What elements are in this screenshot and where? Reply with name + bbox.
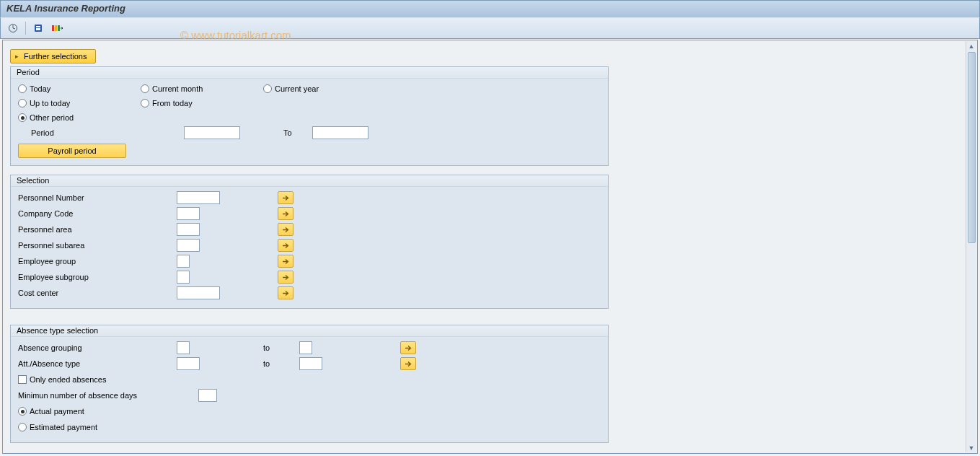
multiple-selection-button[interactable] — [278, 255, 293, 268]
orgstructure-icon — [33, 23, 43, 33]
selection-label: Cost center — [18, 289, 177, 297]
window-title: KELA Insurance Reporting — [6, 3, 125, 14]
period-today-radio[interactable]: Today — [18, 84, 141, 93]
min-days-input[interactable] — [198, 389, 217, 402]
svg-rect-4 — [52, 25, 54, 31]
selection-row: Personnel subarea — [18, 237, 601, 253]
selection-label: Employee subgroup — [18, 273, 177, 281]
period-currentmonth-label: Current month — [152, 84, 203, 93]
period-fromtoday-radio[interactable]: From today — [141, 99, 263, 108]
selection-group: Selection Personnel Number Company Code … — [10, 175, 609, 309]
radio-icon-selected — [18, 113, 27, 122]
employee-group-input[interactable] — [177, 255, 190, 268]
absence-group: Absence type selection Absence grouping … — [10, 325, 609, 443]
scroll-thumb-track[interactable] — [968, 52, 976, 442]
estimated-payment-label: Estimated payment — [30, 423, 97, 431]
further-selections-button[interactable]: Further selections — [10, 49, 96, 63]
personnel-area-input[interactable] — [177, 223, 200, 236]
period-currentyear-radio[interactable]: Current year — [263, 84, 386, 93]
checkbox-icon — [18, 375, 27, 384]
toolbar-separator — [25, 22, 26, 35]
arrow-right-icon — [282, 226, 290, 234]
selection-row: Company Code — [18, 206, 601, 222]
further-selections-label: Further selections — [24, 52, 87, 61]
svg-rect-2 — [36, 26, 40, 27]
scroll-down-icon[interactable]: ▼ — [967, 443, 976, 452]
absence-to-label-2: to — [263, 359, 299, 368]
min-days-label: Minimun number of absence days — [18, 391, 198, 400]
selection-label: Personnel Number — [18, 193, 177, 202]
period-other-label: Other period — [30, 113, 74, 122]
selection-group-title: Selection — [17, 176, 49, 185]
period-field-label: Period — [31, 128, 184, 137]
clock-execute-icon — [8, 23, 18, 33]
arrow-right-icon — [282, 289, 290, 297]
only-ended-label: Only ended absences — [30, 375, 106, 384]
company-code-input[interactable] — [177, 207, 200, 220]
content-area: Further selections Period Today Current … — [2, 40, 978, 454]
selection-row: Personnel area — [18, 222, 601, 237]
period-currentyear-label: Current year — [275, 84, 319, 93]
multiple-selection-button[interactable] — [400, 341, 416, 354]
employee-subgroup-input[interactable] — [177, 271, 190, 284]
multiple-selection-button[interactable] — [278, 223, 293, 236]
multiple-selection-button[interactable] — [400, 357, 416, 370]
period-to-input[interactable] — [312, 126, 368, 139]
execute-button[interactable] — [5, 21, 21, 35]
application-toolbar — [0, 17, 980, 39]
only-ended-checkbox[interactable]: Only ended absences — [18, 375, 106, 384]
selection-row: Employee group — [18, 253, 601, 269]
radio-icon-selected — [18, 407, 27, 416]
radio-icon — [18, 84, 27, 93]
window-title-bar: KELA Insurance Reporting — [0, 0, 980, 17]
arrow-right-icon — [405, 344, 412, 352]
selection-label: Company Code — [18, 209, 177, 218]
att-abs-type-label: Att./Absence type — [18, 359, 177, 368]
selection-row: Cost center — [18, 285, 601, 301]
absence-grouping-from-input[interactable] — [177, 341, 190, 354]
arrow-right-icon — [282, 242, 290, 250]
period-from-input[interactable] — [184, 126, 240, 139]
selection-row: Personnel Number — [18, 190, 601, 206]
svg-rect-5 — [55, 25, 57, 31]
selection-label: Personnel subarea — [18, 241, 177, 250]
payroll-period-label: Payroll period — [48, 146, 96, 155]
period-currentmonth-radio[interactable]: Current month — [141, 84, 263, 93]
radio-icon — [141, 84, 149, 93]
att-abs-type-from-input[interactable] — [177, 357, 200, 370]
selection-label: Employee group — [18, 257, 177, 266]
arrow-right-icon — [282, 273, 290, 281]
scroll-up-icon[interactable]: ▲ — [967, 41, 976, 51]
searchhelp-button[interactable] — [49, 21, 65, 35]
personnel-number-input[interactable] — [177, 191, 220, 204]
estimated-payment-radio[interactable]: Estimated payment — [18, 423, 97, 431]
multiple-selection-button[interactable] — [278, 286, 293, 299]
multiple-selection-button[interactable] — [278, 239, 293, 252]
arrow-right-icon — [282, 258, 290, 266]
multiple-selection-button[interactable] — [278, 207, 293, 220]
actual-payment-radio[interactable]: Actual payment — [18, 407, 84, 416]
arrow-right-icon — [405, 360, 412, 368]
svg-rect-6 — [58, 25, 60, 31]
absence-grouping-to-input[interactable] — [299, 341, 312, 354]
vertical-scrollbar[interactable]: ▲ ▼ — [966, 41, 976, 452]
att-abs-type-to-input[interactable] — [299, 357, 322, 370]
period-other-radio[interactable]: Other period — [18, 113, 141, 122]
actual-payment-label: Actual payment — [30, 407, 84, 416]
period-today-label: Today — [30, 84, 50, 93]
personnel-subarea-input[interactable] — [177, 239, 200, 252]
searchhelp-icon — [51, 23, 63, 33]
absence-grouping-label: Absence grouping — [18, 343, 177, 352]
multiple-selection-button[interactable] — [278, 191, 293, 204]
radio-icon — [263, 84, 272, 93]
multiple-selection-button[interactable] — [278, 271, 293, 284]
absence-to-label: to — [263, 343, 299, 352]
scroll-thumb[interactable] — [968, 52, 976, 243]
cost-center-input[interactable] — [177, 286, 220, 299]
period-uptotoday-label: Up to today — [30, 99, 70, 108]
period-uptotoday-radio[interactable]: Up to today — [18, 99, 141, 108]
payroll-period-button[interactable]: Payroll period — [18, 144, 126, 158]
arrow-right-icon — [282, 210, 290, 218]
absence-group-title: Absence type selection — [17, 326, 98, 335]
orgstructure-button[interactable] — [30, 21, 46, 35]
